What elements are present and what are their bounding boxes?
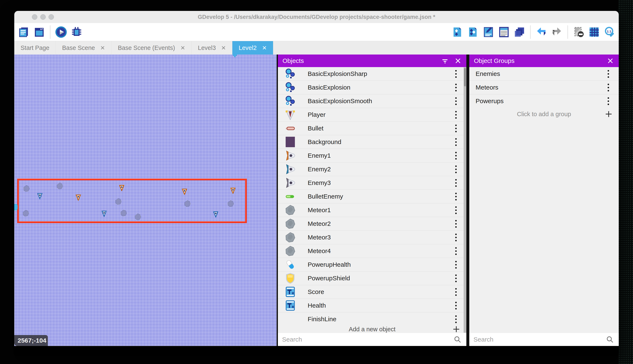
object-menu-button[interactable] bbox=[452, 178, 460, 188]
add-group-row[interactable]: Click to add a group bbox=[469, 107, 619, 121]
object-groups-panel-header: Object Groups bbox=[469, 54, 619, 67]
object-row[interactable]: BasicExplosion bbox=[278, 81, 466, 94]
close-tab-icon[interactable] bbox=[221, 46, 226, 50]
titlebar[interactable]: GDevelop 5 - /Users/dkarakay/Documents/G… bbox=[14, 11, 619, 23]
objects-scrollbar[interactable] bbox=[464, 67, 466, 333]
meteor-instance[interactable] bbox=[115, 198, 122, 206]
meteor-instance[interactable] bbox=[56, 182, 64, 191]
group-row[interactable]: Powerups bbox=[469, 94, 619, 108]
meteor-instance[interactable] bbox=[120, 209, 127, 218]
meteor-instance[interactable] bbox=[184, 200, 191, 208]
tab-level3[interactable]: Level3 bbox=[192, 41, 232, 54]
object-row[interactable]: Meteor3 bbox=[278, 231, 466, 244]
object-row[interactable]: PowerupHealth bbox=[278, 258, 466, 272]
object-row[interactable]: Enemy2 bbox=[278, 162, 466, 176]
object-row[interactable]: BulletEnemy bbox=[278, 190, 466, 204]
objects-search-input[interactable] bbox=[278, 336, 453, 343]
object-row[interactable]: Meteor1 bbox=[278, 204, 466, 217]
object-menu-button[interactable] bbox=[452, 96, 460, 106]
enemy1-instance[interactable] bbox=[182, 188, 187, 196]
object-menu-button[interactable] bbox=[452, 164, 460, 174]
object-row[interactable]: Health bbox=[278, 299, 466, 312]
object-menu-button[interactable] bbox=[452, 232, 460, 242]
group-menu-button[interactable] bbox=[604, 96, 612, 106]
mask-instances-icon[interactable] bbox=[572, 26, 585, 38]
enemy2-instance[interactable] bbox=[37, 192, 43, 200]
objects-list-icon[interactable] bbox=[451, 26, 463, 38]
zoom-reset-icon[interactable]: 1:1 bbox=[604, 26, 616, 38]
grid-icon[interactable] bbox=[588, 26, 600, 38]
object-menu-button[interactable] bbox=[452, 287, 460, 297]
close-panel-icon[interactable] bbox=[606, 56, 615, 66]
object-menu-button[interactable] bbox=[452, 137, 460, 147]
object-menu-button[interactable] bbox=[452, 314, 460, 324]
object-menu-button[interactable] bbox=[452, 219, 460, 229]
tab-base-scene-events[interactable]: Base Scene (Events) bbox=[111, 41, 191, 54]
bullet-instance[interactable] bbox=[14, 204, 18, 210]
object-menu-button[interactable] bbox=[452, 260, 460, 270]
tab-base-scene[interactable]: Base Scene bbox=[56, 41, 111, 54]
project-manager-icon[interactable] bbox=[18, 26, 30, 38]
object-row[interactable]: Enemy1 bbox=[278, 149, 466, 162]
object-menu-button[interactable] bbox=[452, 246, 460, 256]
object-row[interactable]: Meteor2 bbox=[278, 217, 466, 231]
object-menu-button[interactable] bbox=[452, 300, 460, 310]
instances-list-icon[interactable] bbox=[498, 26, 510, 38]
play-icon[interactable] bbox=[55, 26, 67, 38]
object-row[interactable]: Player bbox=[278, 108, 466, 122]
scene-window-icon[interactable] bbox=[33, 26, 45, 38]
enemy1-instance[interactable] bbox=[119, 184, 124, 192]
group-menu-button[interactable] bbox=[604, 69, 612, 79]
close-tab-icon[interactable] bbox=[262, 46, 267, 50]
enemy1-instance[interactable] bbox=[230, 187, 236, 194]
redo-icon[interactable] bbox=[551, 26, 563, 38]
objects-scrollbar-thumb[interactable] bbox=[464, 68, 466, 86]
group-menu-button[interactable] bbox=[604, 82, 612, 92]
scene-canvas[interactable]: 2567;-104 bbox=[14, 54, 277, 346]
object-row[interactable]: BasicExplosionSharp bbox=[278, 67, 466, 81]
panel-divider[interactable] bbox=[466, 54, 469, 346]
object-row[interactable]: Background bbox=[278, 135, 466, 149]
selection-rectangle[interactable] bbox=[17, 179, 247, 223]
close-tab-icon[interactable] bbox=[100, 46, 105, 50]
object-row[interactable]: BasicExplosionSmooth bbox=[278, 94, 466, 108]
meteor-instance[interactable] bbox=[22, 209, 30, 218]
group-name: Meteors bbox=[476, 84, 498, 91]
object-menu-button[interactable] bbox=[452, 123, 460, 133]
object-menu-button[interactable] bbox=[452, 110, 460, 120]
object-menu-button[interactable] bbox=[452, 69, 460, 79]
object-row[interactable]: Bullet bbox=[278, 122, 466, 135]
object-row[interactable]: PowerupShield bbox=[278, 272, 466, 285]
enemy2-instance[interactable] bbox=[213, 211, 218, 218]
main-toolbar: 1:1 bbox=[14, 23, 619, 41]
groups-search-input[interactable] bbox=[469, 336, 606, 343]
object-menu-button[interactable] bbox=[452, 192, 460, 202]
object-menu-button[interactable] bbox=[452, 82, 460, 92]
object-menu-button[interactable] bbox=[452, 150, 460, 160]
object-row[interactable]: Score bbox=[278, 285, 466, 299]
enemy1-instance[interactable] bbox=[76, 194, 81, 202]
object-row[interactable]: Meteor4 bbox=[278, 244, 466, 258]
debug-icon[interactable] bbox=[71, 26, 83, 38]
close-tab-icon[interactable] bbox=[180, 46, 185, 50]
close-panel-icon[interactable] bbox=[453, 56, 463, 66]
meteor-instance[interactable] bbox=[134, 213, 142, 222]
object-groups-icon[interactable] bbox=[467, 26, 479, 38]
group-row[interactable]: Enemies bbox=[469, 67, 619, 81]
meteor-thumbnail bbox=[284, 218, 296, 230]
object-menu-button[interactable] bbox=[452, 205, 460, 215]
object-row[interactable]: Enemy3 bbox=[278, 176, 466, 190]
undo-icon[interactable] bbox=[535, 26, 547, 38]
filter-icon[interactable] bbox=[440, 56, 450, 66]
text-object-thumbnail bbox=[284, 286, 296, 298]
tab-start-page[interactable]: Start Page bbox=[14, 41, 56, 54]
meteor-instance[interactable] bbox=[227, 200, 234, 208]
object-menu-button[interactable] bbox=[452, 273, 460, 283]
tab-level2[interactable]: Level2 bbox=[232, 41, 273, 54]
properties-icon[interactable] bbox=[482, 26, 494, 38]
group-row[interactable]: Meteors bbox=[469, 81, 619, 94]
layers-icon[interactable] bbox=[513, 26, 526, 38]
meteor-instance[interactable] bbox=[23, 184, 30, 193]
enemy2-instance[interactable] bbox=[101, 210, 107, 218]
object-name: Bullet bbox=[308, 125, 324, 132]
